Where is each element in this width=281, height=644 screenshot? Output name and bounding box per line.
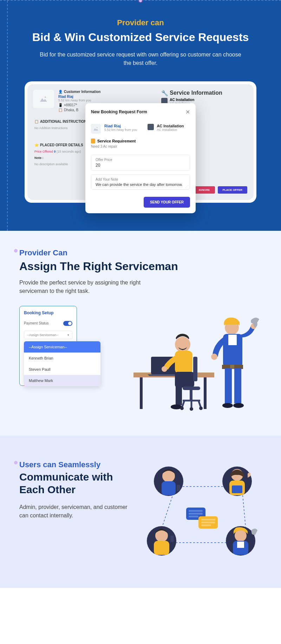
booking-request-modal: New Booking Request Form ✕ Riad Riaj 5.5… (85, 103, 196, 213)
svg-rect-19 (224, 322, 240, 324)
svg-rect-14 (190, 390, 192, 401)
customer-image-placeholder (33, 90, 54, 108)
svg-rect-35 (201, 519, 215, 521)
modal-service-sub: AC Installation (157, 128, 184, 132)
dropdown-option[interactable]: Kenneth Brian (24, 353, 100, 364)
add-note-textarea[interactable]: Add Your Note We can provide the service… (91, 174, 190, 190)
section2-description: Provide the perfect service by assigning… (19, 279, 146, 295)
section3-description: Admin, provider, serviceman, and custome… (19, 503, 132, 520)
payment-status-label: Payment Status (24, 321, 49, 325)
svg-rect-41 (177, 485, 180, 491)
svg-rect-3 (140, 377, 143, 409)
svg-rect-26 (225, 368, 232, 403)
section1-title: Bid & Win Customized Service Requests (14, 30, 267, 45)
section-assign-serviceman: Provider Can Assign The Right Serviceman… (0, 231, 281, 436)
svg-point-16 (190, 407, 193, 411)
svg-rect-4 (204, 377, 207, 409)
modal-service-name: AC Installation (157, 124, 184, 128)
requirement-icon (91, 139, 95, 143)
add-note-label: Add Your Note (96, 177, 185, 181)
booking-setup-card: Booking Setup Payment Status --Assign Se… (19, 306, 77, 386)
svg-rect-36 (201, 522, 215, 523)
svg-rect-37 (201, 524, 211, 526)
close-icon[interactable]: ✕ (185, 109, 190, 115)
svg-rect-32 (189, 513, 203, 515)
modal-title: New Booking Request Form (91, 109, 147, 114)
dashed-divider-left (7, 1, 8, 231)
serviceman-dropdown: --Assign Serviceman-- Kenneth Brian Stev… (24, 341, 100, 386)
dropdown-option[interactable]: --Assign Serviceman-- (24, 341, 100, 353)
service-info-header: 🔧 Service Information (161, 90, 248, 96)
booking-setup-title: Booking Setup (24, 310, 72, 315)
section3-title: Communicate with Each Other (19, 471, 135, 496)
svg-rect-27 (234, 368, 241, 403)
modal-customer-image (91, 124, 101, 134)
serviceman-illustration (84, 306, 263, 418)
svg-rect-31 (189, 510, 203, 512)
add-note-value: We can provide the service the day after… (96, 182, 185, 187)
send-offer-button[interactable]: SEND YOUR OFFER (144, 197, 190, 208)
section2-title: Assign The Right Serviceman (19, 260, 263, 273)
dot-connector-s3 (14, 461, 18, 464)
offer-price-value: 20 (96, 163, 185, 168)
screenshot-card: 👤 Customer Information Riad Riaj 5.52 km… (25, 81, 256, 203)
section1-description: Bid for the customized service request w… (39, 51, 242, 67)
section-bid-win: Provider can Bid & Win Customized Servic… (0, 0, 281, 231)
svg-rect-9 (175, 372, 194, 388)
customer-info-header: 👤 Customer Information (58, 90, 154, 94)
modal-customer-name: Riad Riaj (104, 124, 137, 128)
svg-rect-48 (154, 541, 169, 555)
svg-point-8 (162, 366, 167, 372)
svg-rect-49 (170, 536, 174, 542)
svg-rect-13 (183, 387, 200, 390)
offer-price-label: Offer Price (96, 158, 185, 162)
dot-connector-top (138, 0, 143, 3)
service-requirement-text: Need 3 Ac repair (91, 145, 190, 148)
customer-distance: 5.52 km Away from you (58, 99, 154, 102)
svg-rect-7 (175, 351, 192, 374)
payment-status-toggle[interactable] (63, 321, 72, 326)
svg-point-1 (97, 127, 98, 128)
svg-rect-21 (228, 335, 237, 345)
modal-service-image (148, 124, 154, 130)
dot-connector-s2 (14, 249, 18, 253)
svg-rect-53 (237, 542, 244, 548)
section-communicate: Users can Seamlessly Communicate with Ea… (0, 436, 281, 588)
section1-eyebrow: Provider can (14, 18, 267, 27)
customer-name: Riad Riaj (58, 95, 154, 99)
place-offer-button[interactable]: PLACE OFFER (218, 186, 247, 194)
dropdown-option[interactable]: Steven Paull (24, 364, 100, 375)
svg-point-0 (45, 96, 46, 98)
svg-point-28 (222, 403, 233, 408)
svg-rect-10 (176, 386, 182, 405)
svg-rect-33 (189, 516, 198, 517)
service-requirement-label: Service Requirement (97, 139, 136, 143)
assign-serviceman-select[interactable]: --Assign Serviceman-- ▾ (24, 331, 72, 339)
dropdown-option[interactable]: Matthew Mark (24, 375, 100, 386)
svg-point-15 (180, 407, 184, 410)
offer-price-input[interactable]: Offer Price 20 (91, 155, 190, 171)
svg-point-17 (199, 407, 203, 410)
chevron-down-icon: ▾ (67, 333, 69, 337)
section2-eyebrow: Provider Can (19, 248, 263, 257)
section3-eyebrow: Users can Seamlessly (19, 460, 135, 469)
svg-rect-40 (162, 481, 176, 495)
resize-handle-icon[interactable]: ⋰ (185, 185, 189, 188)
svg-point-29 (233, 403, 244, 408)
svg-rect-45 (232, 485, 242, 493)
ignore-button[interactable]: IGNORE (194, 186, 215, 194)
svg-point-22 (211, 354, 217, 360)
svg-rect-12 (193, 357, 197, 381)
service-name: AC Installation (170, 98, 194, 102)
modal-customer-distance: 5.52 km Away from you (104, 128, 137, 132)
communication-illustration (142, 460, 262, 567)
